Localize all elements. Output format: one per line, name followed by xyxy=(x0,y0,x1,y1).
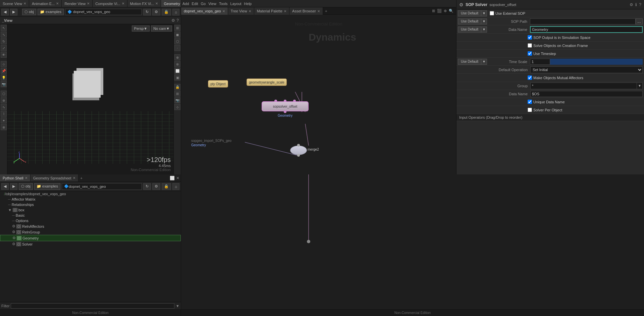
particle-btn[interactable]: ⊕ xyxy=(1,97,7,103)
rotate-tool-btn[interactable]: ↻ xyxy=(1,38,7,44)
bottom-nav-refresh[interactable]: ↻ xyxy=(143,183,151,190)
tab-composite-close[interactable]: ✕ xyxy=(122,2,124,5)
tab-motion-close[interactable]: ✕ xyxy=(155,2,158,5)
tree-affector-matrix[interactable]: ─ Affector Matrix xyxy=(0,197,181,202)
bottom-nav-lock[interactable]: 🔒 xyxy=(162,183,171,190)
solver-per-object-checkbox[interactable] xyxy=(528,108,532,112)
props-info-icon[interactable]: ℹ xyxy=(635,2,637,7)
scale-tool-btn[interactable]: ⤢ xyxy=(1,45,7,51)
menu-tools[interactable]: Tools xyxy=(219,2,228,6)
dyn-btn[interactable]: ∿ xyxy=(1,104,7,110)
nav-home-btn[interactable]: ⌂ xyxy=(172,9,179,15)
node-panel-snap-icon[interactable]: ⊕ xyxy=(444,9,447,13)
nav-path-input[interactable]: 🔷 dopnet_vex_vops_geo xyxy=(65,9,142,15)
wire-btn[interactable]: ⬡ xyxy=(174,38,180,44)
group-arrow[interactable]: ▼ xyxy=(637,83,643,89)
tree-root-path[interactable]: / /obj/examples/dopnet_vex_vops_geo xyxy=(0,191,181,197)
menu-go[interactable]: Go xyxy=(201,2,206,6)
node-tab-dopnet[interactable]: dopnet_vex_vops_geo ✕ xyxy=(181,7,228,15)
tab-motion[interactable]: Motion FX Vi... ✕ xyxy=(127,0,161,7)
node-tab-matpalette[interactable]: Material Palette ✕ xyxy=(254,7,289,15)
node-panel-grid-icon[interactable]: ⬛ xyxy=(437,9,442,13)
node-tab-assetbrowser-close[interactable]: ✕ xyxy=(317,9,320,13)
node-tab-treeview[interactable]: Tree View ✕ xyxy=(228,7,254,15)
bottom-close-icon[interactable]: ✕ xyxy=(176,176,179,180)
tab-anim[interactable]: Animation E... ✕ xyxy=(29,0,62,7)
bottom-nav-obj[interactable]: ⬡ obj xyxy=(19,183,33,190)
tab-anim-close[interactable]: ✕ xyxy=(56,2,59,5)
bottom-nav-home[interactable]: ⌂ xyxy=(172,183,179,190)
tree-box-expand[interactable]: ▼ xyxy=(8,208,12,212)
light-btn[interactable]: 💡 xyxy=(1,74,7,81)
3d-viewport[interactable]: Persp ▼ No cam ▼ >120fps 4.45ms Non-Comm… xyxy=(7,24,173,174)
use-default-2[interactable]: Use Default xyxy=(458,18,481,24)
tree-reln-affectors[interactable]: ⚙ ⬡ RelnAffectors xyxy=(0,223,181,229)
nav-settings-btn[interactable]: ⚙ xyxy=(152,9,160,15)
node-panel-zoom-icon[interactable]: 🔍 xyxy=(449,9,453,13)
use-default-timescale-arrow[interactable]: ▼ xyxy=(481,59,487,65)
tab-scene-view-close[interactable]: ✕ xyxy=(23,2,26,5)
menu-layout[interactable]: Layout xyxy=(230,2,241,6)
floor-btn[interactable]: ⬜ xyxy=(174,68,180,74)
pin-btn[interactable]: 📌 xyxy=(1,68,7,74)
use-default-3-arrow[interactable]: ▼ xyxy=(481,27,487,33)
bottom-nav-settings[interactable]: ⚙ xyxy=(152,183,160,190)
tab-geo-spreadsheet-close[interactable]: ✕ xyxy=(73,176,75,180)
node-tab-assetbrowser[interactable]: Asset Browser ✕ xyxy=(289,7,323,15)
solve-objects-checkbox[interactable] xyxy=(528,43,532,48)
sop-path-browse-btn[interactable]: ... xyxy=(636,18,643,24)
sop-path-input[interactable] xyxy=(530,18,636,24)
data-name-2-input[interactable] xyxy=(530,91,643,97)
bottom-tree[interactable]: / /obj/examples/dopnet_vex_vops_geo ─ Af… xyxy=(0,191,181,302)
node-tab-matpalette-close[interactable]: ✕ xyxy=(284,9,286,13)
hair-btn[interactable]: ⌇ xyxy=(1,111,7,117)
default-op-select[interactable]: Set Initial xyxy=(530,66,643,73)
cam2-btn[interactable]: 📷 xyxy=(174,97,180,103)
tab-composite[interactable]: Composite Vi... ✕ xyxy=(93,0,127,7)
node-editor[interactable]: ◀ ▶ ⬡ obj 📁 examples 🔷 dopnet_vex_vops_g… xyxy=(181,0,456,174)
sop-output-checkbox[interactable] xyxy=(528,35,532,40)
snap-tool-btn[interactable]: ⊹ xyxy=(1,61,7,67)
select-tool-btn[interactable]: ↖ xyxy=(1,25,7,31)
props-help-icon[interactable]: ? xyxy=(639,2,641,7)
use-default-1-arrow[interactable]: ▼ xyxy=(481,10,487,16)
geo-btn[interactable]: ⬡ xyxy=(1,91,7,97)
shading-btn[interactable]: ◼ xyxy=(174,32,180,38)
nav-examples-btn[interactable]: 📁 examples xyxy=(38,9,64,15)
tab-python-shell[interactable]: Python Shell ✕ xyxy=(0,174,31,182)
tab-render[interactable]: Render View ✕ xyxy=(62,0,93,7)
node-geowrangle[interactable]: geometrywrangle_scale xyxy=(247,78,287,86)
display-mode-btn[interactable]: ⊞ xyxy=(174,25,180,31)
bottom-right-panel[interactable]: Non-Commercial Edition xyxy=(181,174,644,316)
tree-geometry[interactable]: ⚙ ⬡ Geometry xyxy=(0,235,181,241)
menu-add[interactable]: Add xyxy=(182,2,189,6)
tab-geo-spreadsheet[interactable]: Geometry Spreadsheet ✕ xyxy=(31,174,78,182)
nocam-btn[interactable]: No cam ▼ xyxy=(151,25,172,32)
nav-back-btn[interactable]: ◀ xyxy=(1,9,9,15)
node-tab-add[interactable]: + xyxy=(323,7,329,14)
bottom-nav-forward[interactable]: ▶ xyxy=(10,183,17,190)
snap2-btn[interactable]: ⊹ xyxy=(174,104,180,110)
camera-btn[interactable]: 📷 xyxy=(1,81,7,87)
bottom-nav-back[interactable]: ◀ xyxy=(1,183,9,190)
nav-obj-btn[interactable]: ⬡ obj xyxy=(22,9,36,15)
tree-basic[interactable]: ─ Basic xyxy=(0,213,181,218)
point-btn[interactable]: · xyxy=(174,45,180,51)
menu-edit[interactable]: Edit xyxy=(192,2,198,6)
tree-options[interactable]: ─ Options xyxy=(0,218,181,223)
unique-data-name-checkbox[interactable] xyxy=(528,100,532,104)
group-input[interactable] xyxy=(530,83,637,89)
use-external-sop-checkbox[interactable] xyxy=(490,11,494,15)
nav-forward-btn[interactable]: ▶ xyxy=(10,9,17,15)
view-settings-icon[interactable]: ⚙ xyxy=(171,18,175,23)
mutual-affectors-checkbox[interactable] xyxy=(528,75,532,80)
data-name-1-input[interactable] xyxy=(530,26,643,33)
bottom-maximize-icon[interactable]: ⬜ xyxy=(170,176,175,180)
bottom-tab-add[interactable]: + xyxy=(78,176,85,180)
tree-solver[interactable]: ⚙ ⬡ Solver xyxy=(0,241,181,247)
tree-box[interactable]: ▼ ⬡ box xyxy=(0,207,181,213)
use-default-timescale[interactable]: Use Default xyxy=(458,59,481,65)
node-sopsolver[interactable]: sopsolver_offset Geometry xyxy=(262,101,309,111)
node-empty-obj[interactable]: pty Object xyxy=(208,80,228,88)
filter-dropdown-icon[interactable]: ▼ xyxy=(176,304,179,308)
